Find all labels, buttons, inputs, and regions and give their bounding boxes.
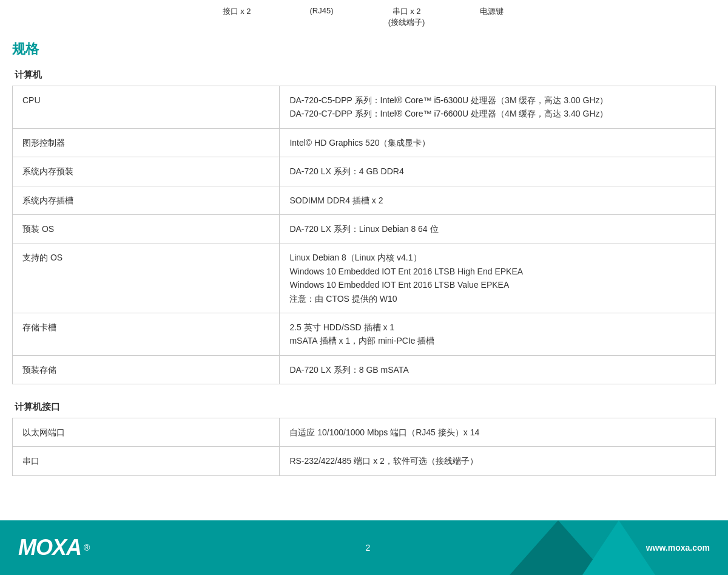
registered-trademark: ® [84, 543, 90, 553]
footer: MOXA® 2 www.moxa.com [0, 520, 728, 575]
table-row: 系统内存插槽 SODIMM DDR4 插槽 x 2 [13, 186, 716, 214]
top-icon-port: 接口 x 2 [212, 6, 261, 28]
footer-page-number: 2 [366, 543, 371, 553]
spec-label-preinstall-os: 预装 OS [13, 214, 280, 243]
interface-subtitle: 计算机接口 [12, 396, 716, 418]
table-row: 支持的 OS Linux Debian 8（Linux 内核 v4.1） Win… [13, 243, 716, 313]
table-row: 以太网端口 自适应 10/100/1000 Mbps 端口（RJ45 接头）x … [13, 418, 716, 447]
spec-value-graphics: Intel© HD Graphics 520（集成显卡） [280, 128, 716, 157]
spec-value-ram-slot: SODIMM DDR4 插槽 x 2 [280, 186, 716, 214]
spec-label-preinstall-storage: 预装存储 [13, 355, 280, 384]
interface-specs-table: 以太网端口 自适应 10/100/1000 Mbps 端口（RJ45 接头）x … [12, 418, 716, 476]
spec-label-ram-preinstall: 系统内存预装 [13, 157, 280, 186]
footer-logo: MOXA® [18, 535, 90, 560]
spec-label-cpu: CPU [13, 86, 280, 129]
rj45-label: (RJ45) [309, 6, 333, 15]
top-icons-row: 接口 x 2 (RJ45) 串口 x 2(接线端子) 电源键 [0, 0, 728, 40]
spec-value-preinstall-os: DA-720 LX 系列：Linux Debian 8 64 位 [280, 214, 716, 243]
spec-label-ethernet: 以太网端口 [13, 418, 280, 447]
spec-value-supported-os: Linux Debian 8（Linux 内核 v4.1） Windows 10… [280, 243, 716, 313]
table-row: 串口 RS-232/422/485 端口 x 2，软件可选（接线端子） [13, 447, 716, 475]
spec-label-supported-os: 支持的 OS [13, 243, 280, 313]
spec-value-cpu: DA-720-C5-DPP 系列：Intel® Core™ i5-6300U 处… [280, 86, 716, 129]
computer-specs-table: CPU DA-720-C5-DPP 系列：Intel® Core™ i5-630… [12, 86, 716, 384]
serial-label: 串口 x 2(接线端子) [388, 7, 425, 27]
table-row: 预装存储 DA-720 LX 系列：8 GB mSATA [13, 355, 716, 384]
table-row: CPU DA-720-C5-DPP 系列：Intel® Core™ i5-630… [13, 86, 716, 129]
moxa-logo-text: MOXA [18, 535, 81, 560]
port-label: 接口 x 2 [223, 7, 251, 16]
footer-url: www.moxa.com [646, 543, 710, 553]
spec-value-ram-preinstall: DA-720 LX 系列：4 GB DDR4 [280, 157, 716, 186]
spec-label-storage-slot: 存储卡槽 [13, 313, 280, 355]
table-row: 系统内存预装 DA-720 LX 系列：4 GB DDR4 [13, 157, 716, 186]
top-icon-power: 电源键 [467, 6, 516, 28]
section-title: 规格 [12, 40, 716, 58]
spec-label-graphics: 图形控制器 [13, 128, 280, 157]
spec-label-serial: 串口 [13, 447, 280, 475]
spec-value-serial: RS-232/422/485 端口 x 2，软件可选（接线端子） [280, 447, 716, 475]
top-icon-rj45: (RJ45) [297, 6, 346, 28]
power-label: 电源键 [480, 7, 504, 16]
table-row: 图形控制器 Intel© HD Graphics 520（集成显卡） [13, 128, 716, 157]
top-icon-serial: 串口 x 2(接线端子) [382, 6, 431, 28]
table-row: 预装 OS DA-720 LX 系列：Linux Debian 8 64 位 [13, 214, 716, 243]
spec-value-storage-slot: 2.5 英寸 HDD/SSD 插槽 x 1 mSATA 插槽 x 1，内部 mi… [280, 313, 716, 355]
table-row: 存储卡槽 2.5 英寸 HDD/SSD 插槽 x 1 mSATA 插槽 x 1，… [13, 313, 716, 355]
computer-subtitle: 计算机 [12, 64, 716, 86]
spec-value-preinstall-storage: DA-720 LX 系列：8 GB mSATA [280, 355, 716, 384]
spec-value-ethernet: 自适应 10/100/1000 Mbps 端口（RJ45 接头）x 14 [280, 418, 716, 447]
spec-label-ram-slot: 系统内存插槽 [13, 186, 280, 214]
specs-section: 规格 计算机 CPU DA-720-C5-DPP 系列：Intel® Core™… [0, 40, 728, 512]
